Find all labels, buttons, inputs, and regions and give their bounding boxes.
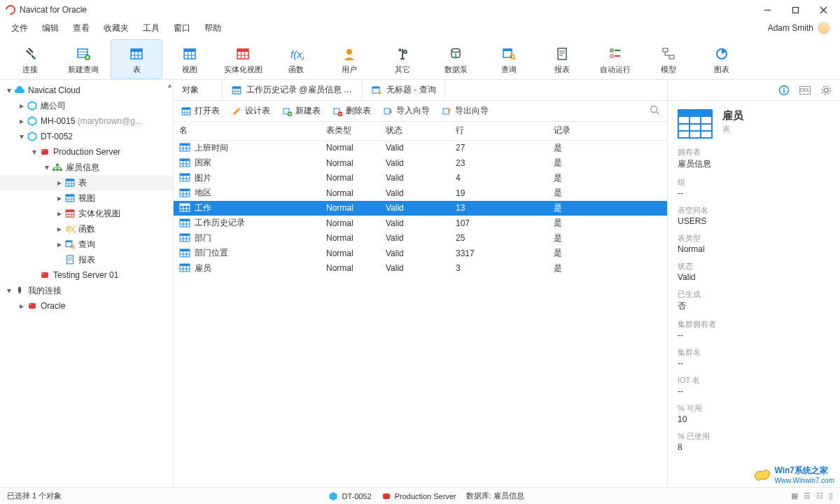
status-view-icons[interactable]: ▦ ☰ ☷ ▯ <box>791 491 833 500</box>
status-server[interactable]: Production Server <box>382 491 456 501</box>
content-tab[interactable]: 工作历史记录 @雇员信息 (Pr... <box>223 80 363 100</box>
tree-twisty-icon[interactable]: ▾ <box>29 147 39 157</box>
tree-node[interactable]: ▾Production Server <box>0 144 173 160</box>
svg-line-105 <box>657 111 659 114</box>
action-打开表[interactable]: 打开表 <box>181 105 220 117</box>
table-row[interactable]: 图片NormalValid4是 <box>174 171 667 186</box>
tree-node[interactable]: 报表 <box>0 252 173 267</box>
toolbar-查询[interactable]: 查询 <box>483 39 535 79</box>
tree-node[interactable]: ▸總公司 <box>0 98 173 113</box>
search-icon[interactable] <box>650 105 660 118</box>
action-删除表[interactable]: 删除表 <box>332 105 371 117</box>
tree-twisty-icon[interactable]: ▾ <box>4 286 14 295</box>
window-maximize-button[interactable] <box>781 0 809 20</box>
toolbar-表[interactable]: 表 <box>111 39 162 79</box>
table-row[interactable]: 国家NormalValid23是 <box>174 155 667 171</box>
menu-item[interactable]: 文件 <box>4 20 35 36</box>
tab-label: 工作历史记录 @雇员信息 (Pr... <box>246 84 354 96</box>
property-value: 8 <box>678 442 830 452</box>
toolbar-新建查询[interactable]: 新建查询 <box>57 39 109 79</box>
table-row[interactable]: 工作NormalValid13是 <box>174 201 667 216</box>
action-导入向导[interactable]: 导入向导 <box>382 105 430 117</box>
detail-view-icon[interactable]: ☷ <box>816 491 823 500</box>
tree-node[interactable]: Testing Server 01 <box>0 267 173 283</box>
table-row[interactable]: 雇员NormalValid3是 <box>174 261 667 276</box>
toolbar-模型[interactable]: 模型 <box>643 39 694 79</box>
tree-twisty-icon[interactable]: ▸ <box>55 178 64 188</box>
tree-twisty-icon[interactable]: ▾ <box>17 132 27 141</box>
tree-node[interactable]: ▸表 <box>0 175 173 190</box>
tree-twisty-icon[interactable]: ▸ <box>17 116 27 126</box>
table-row[interactable]: 工作历史记录NormalValid107是 <box>174 216 667 231</box>
toolbar-用户[interactable]: 用户 <box>323 39 375 79</box>
tree-twisty-icon[interactable]: ▸ <box>55 239 64 249</box>
tree-node[interactable]: ▸Oracle <box>0 298 173 314</box>
toolbar-数据泵[interactable]: 数据泵 <box>430 39 482 79</box>
status-connection[interactable]: DT-0052 <box>328 491 371 501</box>
grid-view-icon[interactable]: ▦ <box>791 491 798 500</box>
menu-item[interactable]: 帮助 <box>197 20 228 36</box>
tree-node[interactable]: ▾Navicat Cloud <box>0 83 173 98</box>
tree-label: MH-0015 (marybrown@g... <box>41 116 142 126</box>
server-icon <box>39 147 50 157</box>
user-indicator[interactable]: Adam Smith <box>768 22 836 34</box>
tree-twisty-icon[interactable]: ▾ <box>42 162 52 172</box>
window-close-button[interactable] <box>809 0 837 20</box>
tree-twisty-icon[interactable]: ▸ <box>17 101 27 111</box>
window-minimize-button[interactable] <box>753 0 781 20</box>
toolbar-实体化视图[interactable]: 实体化视图 <box>217 39 269 79</box>
toolbar-其它[interactable]: 其它 <box>377 39 428 79</box>
table-row[interactable]: 上班时间NormalValid27是 <box>174 140 667 155</box>
toolbar-自动运行[interactable]: 自动运行 <box>589 39 641 79</box>
table-row[interactable]: 地区NormalValid19是 <box>174 186 667 201</box>
tree-twisty-icon[interactable]: ▸ <box>55 193 64 203</box>
table-row[interactable]: 部门位置NormalValid3317是 <box>174 246 667 261</box>
menu-item[interactable]: 编辑 <box>35 20 66 36</box>
toolbar-报表[interactable]: 报表 <box>536 39 588 79</box>
menu-item[interactable]: 收藏夹 <box>97 20 136 36</box>
menu-item[interactable]: 查看 <box>66 20 97 36</box>
info-icon[interactable] <box>778 85 790 96</box>
action-设计表[interactable]: 设计表 <box>231 105 270 117</box>
tree-twisty-icon[interactable]: ▾ <box>4 85 14 95</box>
content-tab[interactable]: ★无标题 - 查询 <box>363 80 445 100</box>
toolbar-连接[interactable]: 连接 <box>4 39 56 79</box>
table-icon <box>179 173 190 183</box>
tree-node[interactable]: ▾我的连接 <box>0 283 173 298</box>
table-row[interactable]: 部门NormalValid25是 <box>174 231 667 246</box>
column-header[interactable]: 表类型 <box>321 122 380 140</box>
tree-node[interactable]: ▾雇员信息 <box>0 160 173 175</box>
toolbar-函数[interactable]: f(x)函数 <box>270 39 322 79</box>
column-header[interactable]: 状态 <box>380 122 450 140</box>
column-header[interactable]: 行 <box>450 122 548 140</box>
list-view-icon[interactable]: ☰ <box>804 491 811 500</box>
column-header[interactable]: 记录 <box>548 122 667 140</box>
navigation-tree[interactable]: ▲ ▾Navicat Cloud▸總公司▸MH-0015 (marybrown@… <box>0 80 174 487</box>
tree-node[interactable]: ▸实体化视图 <box>0 206 173 221</box>
svg-rect-112 <box>180 159 190 161</box>
pencil-icon <box>231 106 242 117</box>
tree-node[interactable]: ▸视图 <box>0 190 173 206</box>
tree-node[interactable]: ▾DT-0052 <box>0 129 173 144</box>
settings-icon[interactable] <box>820 85 832 96</box>
svg-marker-162 <box>330 492 337 500</box>
content-tab[interactable]: 对象 <box>174 80 223 100</box>
column-header[interactable]: 名 <box>174 122 321 140</box>
tree-twisty-icon[interactable]: ▸ <box>55 224 64 234</box>
ddl-button[interactable]: DDL <box>799 86 811 94</box>
tree-twisty-icon[interactable]: ▸ <box>17 301 27 311</box>
toolbar-视图[interactable]: 视图 <box>164 39 216 79</box>
table-icon <box>64 206 76 221</box>
menu-item[interactable]: 窗口 <box>167 20 197 36</box>
action-导出向导[interactable]: 导出向导 <box>441 105 489 117</box>
scroll-up-icon[interactable]: ▲ <box>167 82 173 89</box>
toolbar-图表[interactable]: 图表 <box>696 39 748 79</box>
table-list[interactable]: 名表类型状态行记录上班时间NormalValid27是国家NormalValid… <box>174 122 667 487</box>
tree-node[interactable]: ▸f(x)函数 <box>0 221 173 237</box>
action-新建表[interactable]: 新建表 <box>281 105 321 117</box>
tree-twisty-icon[interactable]: ▸ <box>55 209 64 218</box>
tree-node[interactable]: ▸MH-0015 (marybrown@g... <box>0 113 173 129</box>
tree-node[interactable]: ▸查询 <box>0 237 173 252</box>
panel-view-icon[interactable]: ▯ <box>829 491 833 500</box>
menu-item[interactable]: 工具 <box>136 20 167 36</box>
